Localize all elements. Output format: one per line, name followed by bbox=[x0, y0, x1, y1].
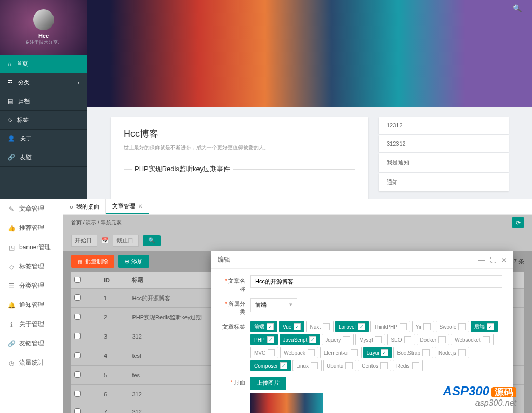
menu-icon: ◳ bbox=[8, 244, 15, 251]
sidebar-item[interactable]: ℹ关于管理 bbox=[0, 315, 63, 334]
row-checkbox[interactable] bbox=[74, 391, 81, 397]
tag-option[interactable]: Element-ui bbox=[320, 347, 362, 358]
tag-option[interactable]: Webpack bbox=[280, 347, 318, 358]
sidebar-item[interactable]: 👍推荐管理 bbox=[0, 218, 63, 238]
tag-option[interactable]: Vue✓ bbox=[279, 321, 304, 332]
notice-item[interactable]: 我是通知 bbox=[379, 153, 509, 172]
upload-button[interactable]: 上传图片 bbox=[250, 377, 286, 390]
tag-option[interactable]: Layui✓ bbox=[363, 347, 392, 358]
tag-checkbox bbox=[311, 362, 318, 369]
start-date-input[interactable]: 开始日 bbox=[71, 235, 97, 247]
nav-item[interactable]: ⌂首页 bbox=[0, 55, 87, 73]
cover-thumbnail bbox=[250, 393, 323, 413]
tag-checkbox bbox=[380, 362, 388, 369]
article-name-input[interactable] bbox=[250, 275, 502, 288]
calendar-icon[interactable]: 📅 bbox=[101, 237, 109, 244]
nav-item[interactable]: ▤归档 bbox=[0, 92, 87, 111]
menu-icon: ◷ bbox=[8, 359, 15, 367]
tag-option[interactable]: PHP✓ bbox=[250, 334, 278, 345]
label-category: 所属分类 bbox=[222, 298, 250, 316]
tag-option[interactable]: Node.js bbox=[435, 347, 469, 358]
tab[interactable]: ○我的桌面 bbox=[63, 199, 106, 214]
tag-checkbox bbox=[323, 323, 330, 330]
tag-checkbox: ✓ bbox=[309, 336, 316, 343]
tag-option[interactable]: SEO bbox=[387, 334, 415, 345]
tag-option[interactable]: Docker bbox=[417, 334, 450, 345]
select-all-checkbox[interactable] bbox=[74, 277, 81, 283]
menu-icon: ℹ bbox=[8, 321, 15, 328]
tab-label: 文章管理 bbox=[112, 202, 135, 210]
search-icon[interactable]: 🔍 bbox=[513, 4, 522, 12]
post-title[interactable]: PHP实现Redis监听key过期事件 bbox=[132, 164, 233, 174]
tag-option[interactable]: 后端✓ bbox=[471, 321, 498, 332]
label-tags: 文章标签 bbox=[222, 321, 250, 331]
tag-option[interactable]: Yii bbox=[412, 321, 434, 332]
notice-item[interactable]: 通知 bbox=[379, 173, 509, 191]
sidebar-item[interactable]: 🔗友链管理 bbox=[0, 334, 63, 353]
search-button[interactable]: 🔍 bbox=[143, 235, 161, 246]
notice-item[interactable]: 12312 bbox=[379, 117, 509, 134]
tab[interactable]: 文章管理✕ bbox=[106, 199, 149, 214]
tag-option[interactable]: Redis bbox=[393, 360, 423, 371]
filter-bar: 开始日 📅 截止日 🔍 bbox=[63, 230, 532, 251]
notice-item[interactable]: 312312 bbox=[379, 135, 509, 152]
avatar[interactable] bbox=[33, 9, 54, 30]
row-checkbox[interactable] bbox=[74, 333, 81, 339]
tag-option[interactable]: Ubuntu bbox=[323, 360, 356, 371]
blog-subtitle: 世上最好的保鲜就是不断进步，成为一个更好更值得被爱的人。 bbox=[124, 144, 355, 151]
tag-option[interactable]: ThinkPHP bbox=[370, 321, 410, 332]
menu-label: 关于管理 bbox=[19, 320, 44, 329]
tag-option[interactable]: Jquery bbox=[322, 334, 354, 345]
menu-label: 文章管理 bbox=[19, 204, 44, 213]
minimize-icon[interactable]: — bbox=[478, 256, 485, 264]
tag-option[interactable]: Websocket bbox=[451, 334, 493, 345]
tag-checkbox: ✓ bbox=[267, 323, 274, 330]
modal-header: 编辑 — ⛶ ✕ bbox=[211, 251, 513, 269]
nav-item[interactable]: ◇标签 bbox=[0, 111, 87, 130]
sidebar-item[interactable]: ☰分类管理 bbox=[0, 276, 63, 295]
row-checkbox[interactable] bbox=[74, 408, 81, 413]
sidebar-item[interactable]: ◇标签管理 bbox=[0, 257, 63, 276]
nav-item[interactable]: ☲分类‹ bbox=[0, 73, 87, 92]
nav-item[interactable]: 🔗友链 bbox=[0, 148, 87, 167]
tag-option[interactable]: MVC bbox=[250, 347, 278, 358]
nav-icon: ▤ bbox=[8, 98, 13, 105]
sidebar-item[interactable]: ◳banner管理 bbox=[0, 238, 63, 257]
menu-icon: ◇ bbox=[8, 263, 15, 270]
maximize-icon[interactable]: ⛶ bbox=[490, 256, 496, 264]
tag-option[interactable]: Swoole bbox=[436, 321, 470, 332]
tag-option[interactable]: Laravel✓ bbox=[335, 321, 369, 332]
tag-option[interactable]: Linux bbox=[292, 360, 322, 371]
tag-option[interactable]: Mysql bbox=[355, 334, 385, 345]
tab-close-icon[interactable]: ✕ bbox=[138, 203, 142, 209]
row-checkbox[interactable] bbox=[74, 314, 81, 320]
tag-option[interactable]: 前端✓ bbox=[250, 321, 277, 332]
nav-icon: ◇ bbox=[8, 117, 12, 123]
blog-main: 🔍 Hcc博客 世上最好的保鲜就是不断进步，成为一个更好更值得被爱的人。 PHP… bbox=[87, 0, 532, 199]
add-button[interactable]: ⊕ 添加 bbox=[118, 255, 149, 268]
sidebar-item[interactable]: ◷流量统计 bbox=[0, 353, 63, 372]
category-select[interactable]: 前端 ▾ bbox=[250, 298, 297, 312]
nav-icon: ⌂ bbox=[8, 61, 11, 67]
sidebar-item[interactable]: ✎文章管理 bbox=[0, 199, 63, 218]
tag-checkbox bbox=[412, 362, 419, 369]
admin-main: ○我的桌面文章管理✕ 首页 / 演示 / 导航元素 ⟳ 开始日 📅 截止日 🔍 … bbox=[63, 199, 532, 413]
tag-option[interactable]: Composer✓ bbox=[250, 360, 291, 371]
menu-icon: 🔗 bbox=[8, 340, 15, 347]
refresh-button[interactable]: ⟳ bbox=[512, 217, 524, 228]
row-checkbox[interactable] bbox=[74, 294, 81, 301]
tag-option[interactable]: BootStrap bbox=[393, 347, 433, 358]
profile-desc: 专注于技术分享。 bbox=[25, 39, 62, 46]
tag-option[interactable]: Centos bbox=[358, 360, 391, 371]
nav-label: 分类 bbox=[18, 79, 30, 86]
batch-delete-button[interactable]: 🗑 批量删除 bbox=[71, 255, 114, 268]
row-checkbox[interactable] bbox=[74, 352, 81, 358]
close-icon[interactable]: ✕ bbox=[501, 256, 507, 264]
tag-option[interactable]: JavaScript✓ bbox=[280, 334, 321, 345]
sidebar-item[interactable]: 🔔通知管理 bbox=[0, 295, 63, 315]
end-date-input[interactable]: 截止日 bbox=[113, 235, 139, 247]
row-checkbox[interactable] bbox=[74, 371, 81, 378]
tag-checkbox bbox=[423, 323, 431, 330]
tag-option[interactable]: Nuxt bbox=[306, 321, 334, 332]
nav-item[interactable]: 👤关于 bbox=[0, 130, 87, 148]
